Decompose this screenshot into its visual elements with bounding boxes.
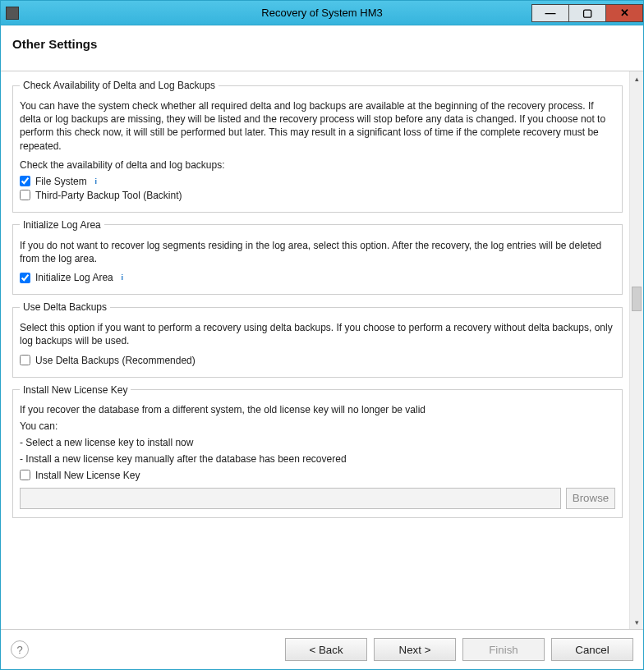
license-path-input — [20, 488, 561, 509]
backint-checkbox[interactable] — [20, 190, 30, 200]
install-license-desc2: You can: — [20, 420, 615, 432]
page-header: Other Settings — [1, 25, 643, 71]
check-delta-log-desc: You can have the system check whether al… — [20, 99, 615, 153]
scroll-down-icon[interactable]: ▾ — [630, 615, 643, 629]
initialize-log-area-checkbox[interactable] — [20, 273, 30, 283]
install-license-row[interactable]: Install New License Key — [20, 470, 615, 481]
use-delta-backups-label: Use Delta Backups (Recommended) — [35, 355, 196, 366]
backint-label: Third-Party Backup Tool (Backint) — [35, 190, 182, 201]
file-system-label: File System — [35, 176, 87, 187]
use-delta-backups-desc: Select this option if you want to perfor… — [20, 321, 615, 347]
initialize-log-area-row[interactable]: Initialize Log Area i — [20, 272, 615, 283]
help-icon[interactable]: ? — [11, 640, 29, 659]
use-delta-backups-group: Use Delta Backups Select this option if … — [12, 301, 623, 377]
cancel-button[interactable]: Cancel — [551, 638, 633, 661]
initialize-log-area-legend: Initialize Log Area — [20, 219, 104, 231]
scroll-thumb[interactable] — [632, 287, 642, 311]
maximize-button[interactable]: ▢ — [568, 4, 606, 22]
close-button[interactable]: ✕ — [605, 4, 643, 22]
check-delta-log-legend: Check Availability of Delta and Log Back… — [20, 80, 218, 91]
page-title: Other Settings — [12, 37, 632, 51]
content-wrap: Check Availability of Delta and Log Back… — [1, 71, 643, 629]
initialize-log-area-label: Initialize Log Area — [35, 272, 113, 283]
dialog-window: Recovery of System HM3 — ▢ ✕ Other Setti… — [0, 0, 644, 670]
use-delta-backups-row[interactable]: Use Delta Backups (Recommended) — [20, 355, 615, 366]
install-license-group: Install New License Key If you recover t… — [12, 384, 623, 518]
content: Check Availability of Delta and Log Back… — [1, 71, 629, 629]
install-license-checkbox[interactable] — [20, 470, 30, 480]
titlebar: Recovery of System HM3 — ▢ ✕ — [1, 1, 643, 25]
info-icon[interactable]: i — [118, 273, 126, 282]
finish-button: Finish — [462, 638, 545, 661]
file-system-checkbox[interactable] — [20, 176, 30, 186]
check-delta-log-sub: Check the availability of delta and log … — [20, 159, 615, 171]
check-delta-log-group: Check Availability of Delta and Log Back… — [12, 80, 623, 213]
install-license-bullet1: - Select a new license key to install no… — [20, 437, 615, 448]
info-icon[interactable]: i — [92, 177, 100, 186]
initialize-log-area-group: Initialize Log Area If you do not want t… — [12, 219, 623, 295]
initialize-log-area-desc: If you do not want to recover log segmen… — [20, 239, 615, 265]
window-buttons: — ▢ ✕ — [532, 4, 643, 22]
back-button[interactable]: < Back — [285, 638, 367, 661]
scroll-track[interactable] — [630, 85, 643, 615]
minimize-button[interactable]: — — [531, 4, 569, 22]
file-system-row[interactable]: File System i — [20, 176, 615, 187]
install-license-bullet2: - Install a new license key manually aft… — [20, 453, 615, 465]
scroll-up-icon[interactable]: ▴ — [630, 71, 643, 85]
install-license-desc1: If you recover the database from a diffe… — [20, 404, 615, 415]
install-license-label: Install New License Key — [35, 470, 140, 481]
footer: ? < Back Next > Finish Cancel — [1, 629, 643, 669]
license-path-row: Browse — [20, 488, 615, 509]
browse-button: Browse — [566, 488, 615, 509]
use-delta-backups-legend: Use Delta Backups — [20, 301, 110, 313]
next-button[interactable]: Next > — [374, 638, 456, 661]
scrollbar[interactable]: ▴ ▾ — [629, 71, 643, 629]
use-delta-backups-checkbox[interactable] — [20, 355, 30, 365]
install-license-legend: Install New License Key — [20, 384, 131, 396]
backint-row[interactable]: Third-Party Backup Tool (Backint) — [20, 190, 615, 201]
